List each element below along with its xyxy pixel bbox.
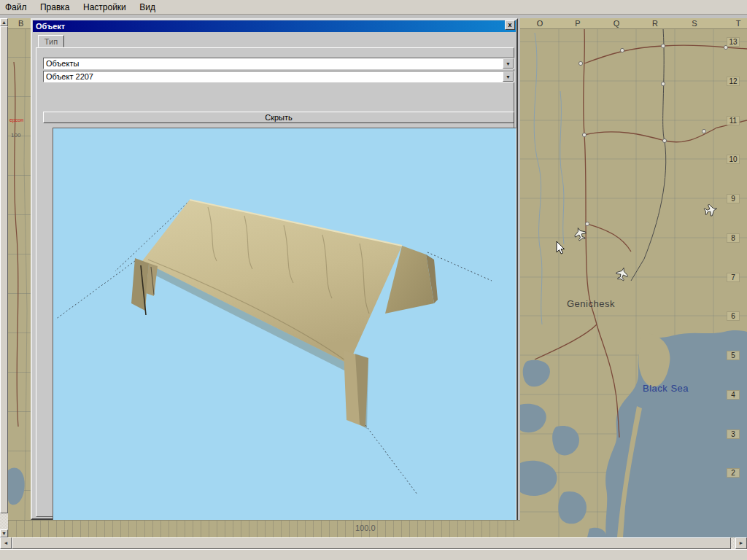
3d-viewport[interactable] (53, 128, 516, 538)
left-map-sliver[interactable]: В ерсон 100 (8, 18, 31, 520)
town-label-red: ерсон (9, 117, 23, 122)
column-letter-v: В (18, 19, 23, 28)
row-number: 7 (727, 273, 740, 282)
hide-button[interactable]: Скрыть (43, 112, 514, 123)
menu-item-file[interactable]: Файл (0, 1, 32, 15)
tab-type[interactable]: Тип (38, 35, 64, 47)
row-number: 13 (727, 37, 740, 47)
chevron-down-icon[interactable]: ▼ (503, 58, 514, 69)
mouse-cursor-icon (557, 241, 565, 254)
horizontal-scrollbar-thumb[interactable] (12, 537, 731, 549)
chevron-down-icon[interactable]: ▼ (503, 71, 514, 82)
status-bar (0, 549, 747, 560)
tent-model (53, 128, 516, 537)
row-number: 8 (727, 233, 740, 243)
row-number: 10 (727, 155, 740, 164)
scale-value: 100.0 (355, 524, 376, 532)
map-column-header: O P Q R S T (520, 18, 747, 29)
object-combobox-value: Объект 2207 (44, 71, 514, 82)
row-number: 9 (727, 194, 740, 203)
column-letter: S (690, 19, 699, 28)
row-number: 5 (727, 351, 740, 360)
row-number: 12 (727, 77, 740, 86)
left-map-graphics (8, 18, 31, 520)
column-letter: Q (612, 19, 621, 28)
row-number: 11 (727, 116, 740, 125)
close-button[interactable]: x (505, 20, 515, 30)
plane-icon (615, 266, 629, 281)
scroll-left-button[interactable]: ◄ (0, 537, 12, 549)
column-letter: T (734, 19, 743, 28)
map-panel[interactable]: O P Q R S T 13 12 11 10 9 8 7 6 5 4 3 2 … (520, 18, 747, 537)
object-dialog: Объект x Тип Объекты ▼ Объект 2207 ▼ Скр… (31, 18, 518, 520)
object-combobox[interactable]: Объект 2207 ▼ (43, 71, 514, 82)
vertical-scrollbar[interactable]: ▲ ▼ (0, 18, 8, 537)
application-window: Файл Правка Настройки Вид ▲ ▼ В ерсон 10… (0, 0, 747, 560)
plane-icon (573, 226, 587, 241)
column-letter: R (651, 19, 659, 28)
menu-bar: Файл Правка Настройки Вид (0, 0, 747, 15)
column-letter: O (535, 19, 544, 28)
scroll-right-button[interactable]: ► (735, 537, 747, 549)
left-map-column-header: В (8, 18, 31, 29)
column-letter: P (573, 19, 582, 28)
map-bottom-ruler: 100.0 (8, 520, 520, 538)
row-number: 4 (727, 390, 740, 400)
tab-page: Объекты ▼ Объект 2207 ▼ Скрыть (36, 47, 514, 517)
type-combobox-value: Объекты (44, 58, 514, 69)
plane-icon (703, 203, 718, 217)
left-map-scale-label: 100 (11, 132, 20, 139)
tent-left-flap (131, 258, 149, 311)
menu-item-settings[interactable]: Настройки (78, 1, 131, 15)
type-combobox[interactable]: Объекты ▼ (43, 58, 514, 69)
horizontal-scrollbar[interactable]: ◄ ► (0, 537, 747, 549)
row-number: 2 (727, 468, 740, 478)
river (534, 33, 564, 324)
aircraft-icons[interactable] (573, 203, 719, 281)
row-number: 6 (727, 311, 740, 321)
black-sea-label: Black Sea (643, 383, 689, 394)
vertical-scrollbar-thumb[interactable] (0, 26, 8, 513)
dialog-title: Объект (33, 20, 516, 32)
map-graphics (520, 18, 747, 537)
genichesk-label: Genichesk (567, 298, 615, 309)
menu-item-view[interactable]: Вид (134, 1, 160, 15)
row-number: 3 (727, 429, 740, 439)
scroll-up-button[interactable]: ▲ (0, 18, 8, 26)
menu-item-edit[interactable]: Правка (35, 1, 75, 15)
scroll-down-button[interactable]: ▼ (0, 529, 8, 537)
dialog-title-bar[interactable]: Объект (33, 20, 516, 32)
